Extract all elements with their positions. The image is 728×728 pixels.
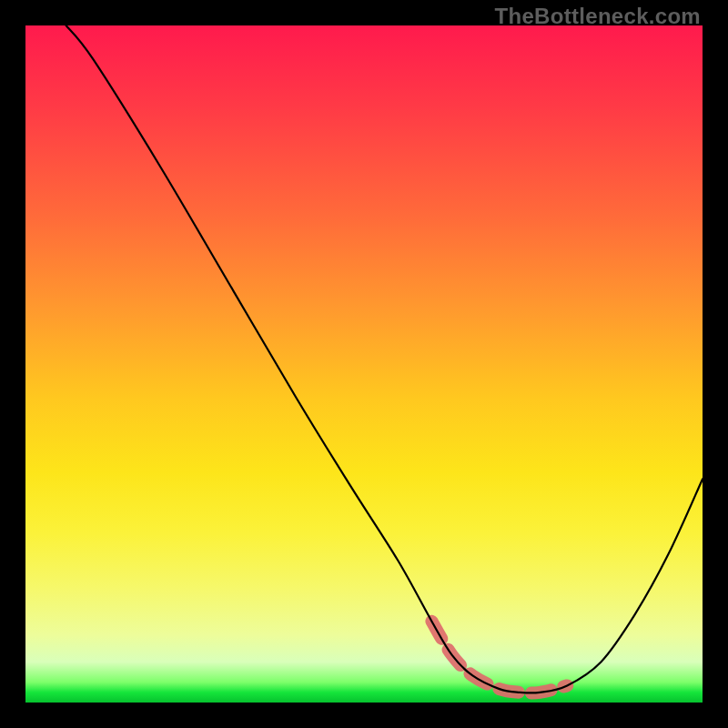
gradient-background <box>25 25 703 703</box>
watermark-text: TheBottleneck.com <box>495 4 701 29</box>
plot-frame <box>25 25 703 703</box>
